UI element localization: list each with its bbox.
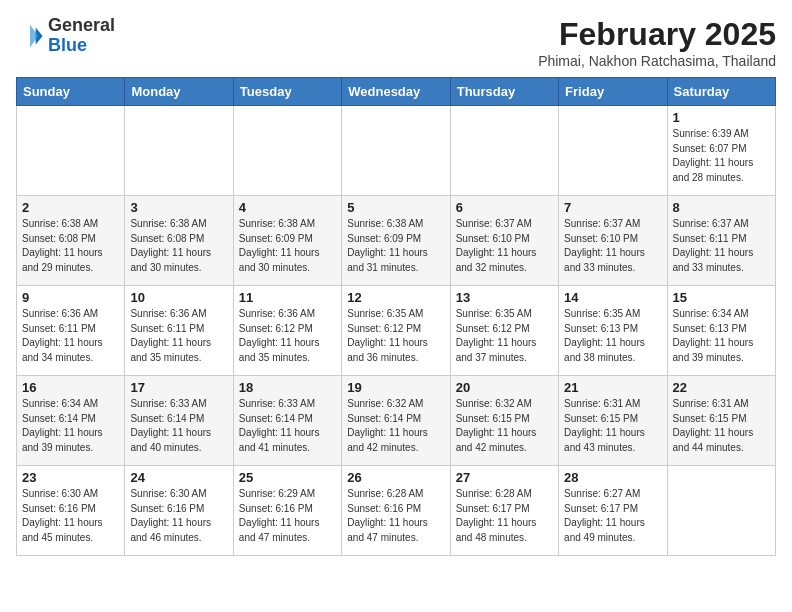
day-info: Sunrise: 6:30 AM Sunset: 6:16 PM Dayligh… xyxy=(130,487,227,545)
calendar-cell: 5Sunrise: 6:38 AM Sunset: 6:09 PM Daylig… xyxy=(342,196,450,286)
calendar-cell: 21Sunrise: 6:31 AM Sunset: 6:15 PM Dayli… xyxy=(559,376,667,466)
day-info: Sunrise: 6:33 AM Sunset: 6:14 PM Dayligh… xyxy=(130,397,227,455)
col-thursday: Thursday xyxy=(450,78,558,106)
calendar-cell xyxy=(125,106,233,196)
day-number: 19 xyxy=(347,380,444,395)
logo-blue-text: Blue xyxy=(48,35,87,55)
calendar-cell: 1Sunrise: 6:39 AM Sunset: 6:07 PM Daylig… xyxy=(667,106,775,196)
location: Phimai, Nakhon Ratchasima, Thailand xyxy=(538,53,776,69)
day-number: 17 xyxy=(130,380,227,395)
calendar-cell: 20Sunrise: 6:32 AM Sunset: 6:15 PM Dayli… xyxy=(450,376,558,466)
day-info: Sunrise: 6:31 AM Sunset: 6:15 PM Dayligh… xyxy=(564,397,661,455)
day-info: Sunrise: 6:37 AM Sunset: 6:11 PM Dayligh… xyxy=(673,217,770,275)
calendar-cell: 11Sunrise: 6:36 AM Sunset: 6:12 PM Dayli… xyxy=(233,286,341,376)
day-info: Sunrise: 6:38 AM Sunset: 6:09 PM Dayligh… xyxy=(239,217,336,275)
day-info: Sunrise: 6:36 AM Sunset: 6:11 PM Dayligh… xyxy=(130,307,227,365)
day-info: Sunrise: 6:34 AM Sunset: 6:13 PM Dayligh… xyxy=(673,307,770,365)
logo-icon xyxy=(16,22,44,50)
calendar-body: 1Sunrise: 6:39 AM Sunset: 6:07 PM Daylig… xyxy=(17,106,776,556)
day-info: Sunrise: 6:31 AM Sunset: 6:15 PM Dayligh… xyxy=(673,397,770,455)
col-wednesday: Wednesday xyxy=(342,78,450,106)
header-row: Sunday Monday Tuesday Wednesday Thursday… xyxy=(17,78,776,106)
calendar-cell: 12Sunrise: 6:35 AM Sunset: 6:12 PM Dayli… xyxy=(342,286,450,376)
calendar-cell: 14Sunrise: 6:35 AM Sunset: 6:13 PM Dayli… xyxy=(559,286,667,376)
day-number: 25 xyxy=(239,470,336,485)
day-info: Sunrise: 6:32 AM Sunset: 6:15 PM Dayligh… xyxy=(456,397,553,455)
calendar-table: Sunday Monday Tuesday Wednesday Thursday… xyxy=(16,77,776,556)
day-number: 11 xyxy=(239,290,336,305)
day-info: Sunrise: 6:28 AM Sunset: 6:17 PM Dayligh… xyxy=(456,487,553,545)
day-number: 13 xyxy=(456,290,553,305)
page-header: General Blue February 2025 Phimai, Nakho… xyxy=(16,16,776,69)
month-title: February 2025 xyxy=(538,16,776,53)
calendar-cell: 4Sunrise: 6:38 AM Sunset: 6:09 PM Daylig… xyxy=(233,196,341,286)
day-number: 26 xyxy=(347,470,444,485)
calendar-week-2: 2Sunrise: 6:38 AM Sunset: 6:08 PM Daylig… xyxy=(17,196,776,286)
calendar-cell: 7Sunrise: 6:37 AM Sunset: 6:10 PM Daylig… xyxy=(559,196,667,286)
calendar-cell xyxy=(559,106,667,196)
day-info: Sunrise: 6:29 AM Sunset: 6:16 PM Dayligh… xyxy=(239,487,336,545)
day-number: 12 xyxy=(347,290,444,305)
day-number: 14 xyxy=(564,290,661,305)
calendar-cell: 3Sunrise: 6:38 AM Sunset: 6:08 PM Daylig… xyxy=(125,196,233,286)
day-info: Sunrise: 6:38 AM Sunset: 6:08 PM Dayligh… xyxy=(22,217,119,275)
logo: General Blue xyxy=(16,16,115,56)
day-number: 20 xyxy=(456,380,553,395)
day-info: Sunrise: 6:35 AM Sunset: 6:12 PM Dayligh… xyxy=(347,307,444,365)
calendar-cell: 26Sunrise: 6:28 AM Sunset: 6:16 PM Dayli… xyxy=(342,466,450,556)
calendar-cell: 2Sunrise: 6:38 AM Sunset: 6:08 PM Daylig… xyxy=(17,196,125,286)
day-number: 24 xyxy=(130,470,227,485)
day-info: Sunrise: 6:36 AM Sunset: 6:11 PM Dayligh… xyxy=(22,307,119,365)
day-info: Sunrise: 6:28 AM Sunset: 6:16 PM Dayligh… xyxy=(347,487,444,545)
day-number: 23 xyxy=(22,470,119,485)
day-info: Sunrise: 6:37 AM Sunset: 6:10 PM Dayligh… xyxy=(456,217,553,275)
title-block: February 2025 Phimai, Nakhon Ratchasima,… xyxy=(538,16,776,69)
calendar-cell xyxy=(342,106,450,196)
day-info: Sunrise: 6:30 AM Sunset: 6:16 PM Dayligh… xyxy=(22,487,119,545)
day-number: 16 xyxy=(22,380,119,395)
calendar-cell: 25Sunrise: 6:29 AM Sunset: 6:16 PM Dayli… xyxy=(233,466,341,556)
day-info: Sunrise: 6:27 AM Sunset: 6:17 PM Dayligh… xyxy=(564,487,661,545)
calendar-cell: 13Sunrise: 6:35 AM Sunset: 6:12 PM Dayli… xyxy=(450,286,558,376)
day-info: Sunrise: 6:39 AM Sunset: 6:07 PM Dayligh… xyxy=(673,127,770,185)
calendar-cell: 17Sunrise: 6:33 AM Sunset: 6:14 PM Dayli… xyxy=(125,376,233,466)
day-number: 9 xyxy=(22,290,119,305)
col-tuesday: Tuesday xyxy=(233,78,341,106)
day-number: 21 xyxy=(564,380,661,395)
calendar-header: Sunday Monday Tuesday Wednesday Thursday… xyxy=(17,78,776,106)
day-number: 10 xyxy=(130,290,227,305)
calendar-cell: 16Sunrise: 6:34 AM Sunset: 6:14 PM Dayli… xyxy=(17,376,125,466)
calendar-cell: 22Sunrise: 6:31 AM Sunset: 6:15 PM Dayli… xyxy=(667,376,775,466)
calendar-cell: 23Sunrise: 6:30 AM Sunset: 6:16 PM Dayli… xyxy=(17,466,125,556)
calendar-cell: 18Sunrise: 6:33 AM Sunset: 6:14 PM Dayli… xyxy=(233,376,341,466)
day-info: Sunrise: 6:37 AM Sunset: 6:10 PM Dayligh… xyxy=(564,217,661,275)
calendar-cell: 15Sunrise: 6:34 AM Sunset: 6:13 PM Dayli… xyxy=(667,286,775,376)
calendar-cell: 6Sunrise: 6:37 AM Sunset: 6:10 PM Daylig… xyxy=(450,196,558,286)
col-sunday: Sunday xyxy=(17,78,125,106)
calendar-cell xyxy=(450,106,558,196)
day-info: Sunrise: 6:35 AM Sunset: 6:12 PM Dayligh… xyxy=(456,307,553,365)
day-info: Sunrise: 6:38 AM Sunset: 6:08 PM Dayligh… xyxy=(130,217,227,275)
day-info: Sunrise: 6:33 AM Sunset: 6:14 PM Dayligh… xyxy=(239,397,336,455)
calendar-cell: 27Sunrise: 6:28 AM Sunset: 6:17 PM Dayli… xyxy=(450,466,558,556)
calendar-week-3: 9Sunrise: 6:36 AM Sunset: 6:11 PM Daylig… xyxy=(17,286,776,376)
day-number: 5 xyxy=(347,200,444,215)
day-number: 15 xyxy=(673,290,770,305)
calendar-cell: 10Sunrise: 6:36 AM Sunset: 6:11 PM Dayli… xyxy=(125,286,233,376)
day-number: 4 xyxy=(239,200,336,215)
day-number: 22 xyxy=(673,380,770,395)
day-number: 2 xyxy=(22,200,119,215)
day-info: Sunrise: 6:35 AM Sunset: 6:13 PM Dayligh… xyxy=(564,307,661,365)
day-number: 8 xyxy=(673,200,770,215)
calendar-week-4: 16Sunrise: 6:34 AM Sunset: 6:14 PM Dayli… xyxy=(17,376,776,466)
day-info: Sunrise: 6:38 AM Sunset: 6:09 PM Dayligh… xyxy=(347,217,444,275)
day-info: Sunrise: 6:34 AM Sunset: 6:14 PM Dayligh… xyxy=(22,397,119,455)
col-monday: Monday xyxy=(125,78,233,106)
day-number: 6 xyxy=(456,200,553,215)
calendar-cell: 9Sunrise: 6:36 AM Sunset: 6:11 PM Daylig… xyxy=(17,286,125,376)
day-number: 1 xyxy=(673,110,770,125)
calendar-week-5: 23Sunrise: 6:30 AM Sunset: 6:16 PM Dayli… xyxy=(17,466,776,556)
day-number: 18 xyxy=(239,380,336,395)
calendar-week-1: 1Sunrise: 6:39 AM Sunset: 6:07 PM Daylig… xyxy=(17,106,776,196)
calendar-cell: 28Sunrise: 6:27 AM Sunset: 6:17 PM Dayli… xyxy=(559,466,667,556)
